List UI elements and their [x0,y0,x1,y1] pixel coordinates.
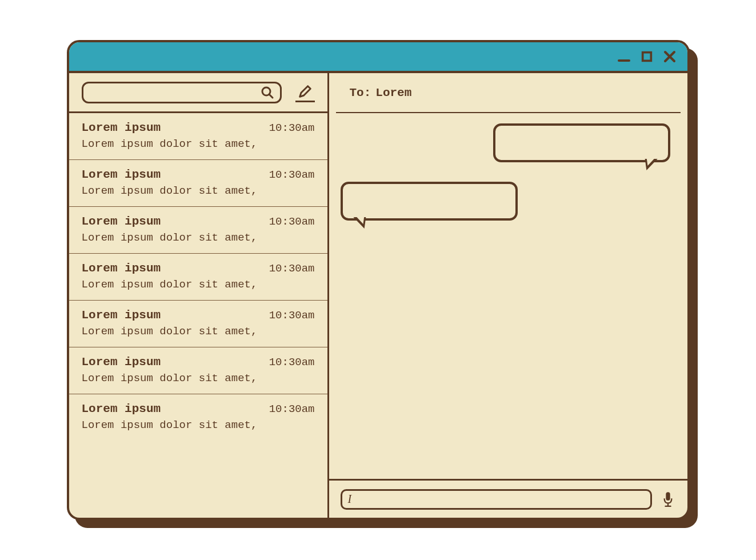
recipient-name: Lorem [375,86,411,99]
conversation-item[interactable]: Lorem ipsum10:30amLorem ipsum dolor sit … [69,207,327,254]
search-row [69,73,327,113]
conversation-name: Lorem ipsum [82,215,161,228]
conversation-name: Lorem ipsum [82,262,161,275]
conversation-preview: Lorem ipsum dolor sit amet, [82,185,315,197]
text-cursor-icon: I [348,493,352,506]
chat-panel: To: Lorem I [329,73,687,518]
minimize-icon [617,50,631,63]
maximize-button[interactable] [639,49,654,64]
conversation-sidebar: Lorem ipsum10:30amLorem ipsum dolor sit … [69,73,329,518]
content-area: Lorem ipsum10:30amLorem ipsum dolor sit … [69,73,687,518]
close-icon [663,50,677,63]
titlebar [69,42,687,73]
svg-line-5 [269,94,273,98]
conversation-time: 10:30am [269,356,315,369]
conversation-preview: Lorem ipsum dolor sit amet, [82,419,315,431]
message-input[interactable]: I [341,489,652,510]
conversation-time: 10:30am [269,262,315,275]
conversation-item[interactable]: Lorem ipsum10:30amLorem ipsum dolor sit … [69,347,327,394]
chat-body [329,113,687,479]
message-bubble-outgoing [493,123,670,162]
conversation-preview: Lorem ipsum dolor sit amet, [82,231,315,244]
conversation-list: Lorem ipsum10:30amLorem ipsum dolor sit … [69,113,327,518]
conversation-time: 10:30am [269,169,315,181]
svg-rect-6 [666,492,670,501]
to-label: To: [350,86,371,99]
conversation-name: Lorem ipsum [82,402,161,415]
conversation-preview: Lorem ipsum dolor sit amet, [82,325,315,338]
compose-button[interactable] [295,83,315,102]
conversation-name: Lorem ipsum [82,168,161,181]
conversation-item[interactable]: Lorem ipsum10:30amLorem ipsum dolor sit … [69,254,327,301]
conversation-item[interactable]: Lorem ipsum10:30amLorem ipsum dolor sit … [69,160,327,207]
conversation-preview: Lorem ipsum dolor sit amet, [82,372,315,385]
conversation-time: 10:30am [269,403,315,415]
conversation-time: 10:30am [269,215,315,228]
conversation-name: Lorem ipsum [82,355,161,369]
conversation-preview: Lorem ipsum dolor sit amet, [82,278,315,291]
search-icon [261,86,274,99]
conversation-item[interactable]: Lorem ipsum10:30amLorem ipsum dolor sit … [69,394,327,441]
svg-rect-1 [642,53,651,61]
voice-button[interactable] [660,489,676,510]
app-window: Lorem ipsum10:30amLorem ipsum dolor sit … [67,40,690,520]
pencil-icon [297,83,313,99]
conversation-name: Lorem ipsum [82,309,161,322]
conversation-preview: Lorem ipsum dolor sit amet, [82,138,315,150]
conversation-name: Lorem ipsum [82,121,161,134]
conversation-time: 10:30am [269,122,315,134]
minimize-button[interactable] [617,49,631,64]
conversation-item[interactable]: Lorem ipsum10:30amLorem ipsum dolor sit … [69,113,327,160]
search-input[interactable] [82,82,282,103]
microphone-icon [662,491,674,508]
conversation-item[interactable]: Lorem ipsum10:30amLorem ipsum dolor sit … [69,301,327,347]
close-button[interactable] [662,49,677,64]
message-bubble-incoming [341,182,518,221]
chat-input-row: I [329,479,687,518]
chat-header: To: Lorem [336,73,681,113]
conversation-time: 10:30am [269,309,315,322]
maximize-icon [641,50,653,63]
